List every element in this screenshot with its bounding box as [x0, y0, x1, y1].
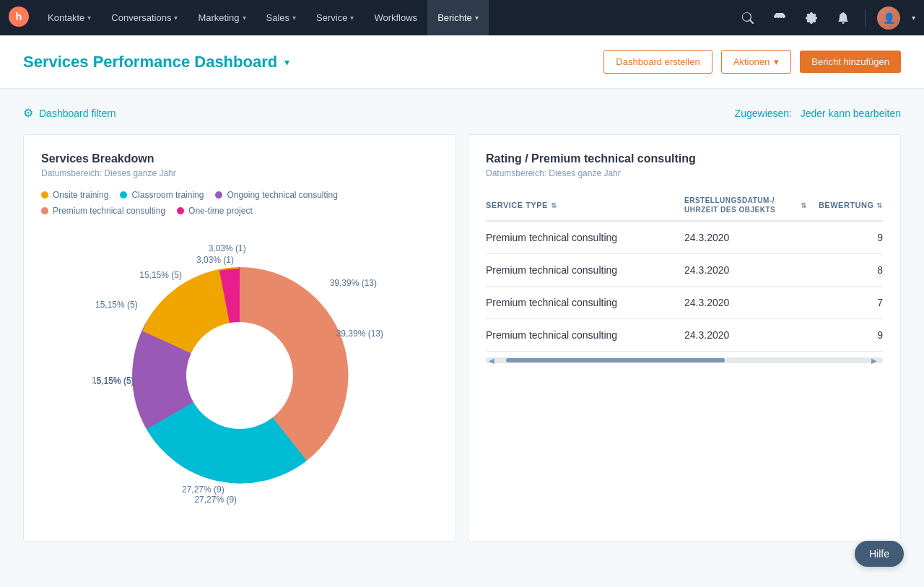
breakdown-subtitle: Datumsbereich: Dieses ganze Jahr	[41, 168, 438, 178]
actions-chevron-icon: ▾	[774, 56, 779, 67]
nav-divider	[865, 9, 866, 27]
legend-dot	[41, 207, 48, 214]
help-button[interactable]: Hilfe	[855, 541, 904, 559]
slice-label-onsite: 15,15% (5)	[95, 300, 138, 310]
nav-item-service[interactable]: Service ▾	[306, 0, 364, 35]
page-header: Services Performance Dashboard ▾ Dashboa…	[0, 35, 924, 89]
legend-item-onetime: One-time project	[177, 206, 253, 216]
chevron-down-icon: ▾	[174, 14, 178, 22]
nav-items: Kontakte ▾ Conversations ▾ Marketing ▾ S…	[38, 0, 738, 35]
cell-date: 24.3.2020	[684, 232, 807, 243]
cell-rating: 9	[813, 329, 883, 341]
settings-icon[interactable]	[801, 8, 821, 28]
cell-rating: 8	[813, 264, 883, 276]
legend-dot	[41, 191, 48, 199]
col-header-service-type[interactable]: SERVICE TYPE ⇅	[486, 196, 679, 214]
nav-item-workflows[interactable]: Workflows	[364, 0, 427, 35]
assigned-link[interactable]: Jeder kann bearbeiten	[801, 108, 901, 119]
title-dropdown-icon[interactable]: ▾	[284, 56, 289, 68]
slice-label: 39,39% (13)	[336, 329, 383, 339]
breakdown-panel: Services Breakdown Datumsbereich: Dieses…	[23, 134, 456, 542]
cell-date: 24.3.2020	[684, 264, 807, 276]
slice-label: 27,27% (9)	[194, 495, 237, 505]
chart-area: 39,39% (13)27,27% (9)15,15% (5)15,15% (5…	[41, 227, 438, 523]
rating-title: Rating / Premium technical consulting	[486, 152, 883, 165]
breakdown-title: Services Breakdown	[41, 152, 438, 165]
legend-item-ongoing: Ongoing technical consulting	[215, 190, 337, 200]
navbar: h Kontakte ▾ Conversations ▾ Marketing ▾…	[0, 0, 924, 35]
legend-item-premium: Premium technical consulting	[41, 206, 165, 216]
filter-bar: ⚙ Dashboard filtern Zugewiesen: Jeder ka…	[23, 106, 901, 120]
avatar-image: 👤	[877, 6, 900, 30]
slice-label: 3,03% (1)	[209, 243, 246, 253]
cell-service-type: Premium technical consulting	[486, 264, 679, 276]
legend-dot	[215, 191, 222, 199]
cell-rating: 9	[813, 232, 883, 243]
slice-label-ongoing: 15,15% (5)	[92, 375, 134, 386]
chevron-down-icon: ▾	[87, 14, 91, 22]
cell-date: 24.3.2020	[684, 297, 807, 308]
sort-icon: ⇅	[801, 201, 807, 210]
search-icon[interactable]	[738, 8, 758, 28]
avatar-chevron-icon[interactable]: ▾	[912, 14, 915, 22]
nav-item-berichte[interactable]: Berichte ▾	[427, 0, 489, 35]
nav-item-conversations[interactable]: Conversations ▾	[101, 0, 188, 35]
rating-subtitle: Datumsbereich: Dieses ganze Jahr	[486, 168, 883, 178]
marketplace-icon[interactable]	[770, 8, 790, 28]
slice-label-onetime: 3,03% (1)	[196, 255, 234, 265]
assigned-area: Zugewiesen: Jeder kann bearbeiten	[735, 108, 901, 119]
table-header: SERVICE TYPE ⇅ ERSTELLUNGSDATUM-/ UHRZEI…	[486, 190, 883, 222]
sort-icon: ⇅	[876, 201, 883, 209]
dashboard-grid: Services Breakdown Datumsbereich: Dieses…	[23, 134, 901, 542]
table-row: Premium technical consulting 24.3.2020 7	[486, 287, 883, 319]
table-row: Premium technical consulting 24.3.2020 8	[486, 254, 883, 287]
chevron-down-icon: ▾	[350, 14, 354, 22]
breakdown-legend: Onsite training Classroom training Ongoi…	[41, 190, 438, 216]
cell-service-type: Premium technical consulting	[486, 297, 679, 308]
svg-text:h: h	[16, 11, 22, 22]
col-header-rating[interactable]: BEWERTUNG ⇅	[813, 196, 883, 214]
col-header-date[interactable]: ERSTELLUNGSDATUM-/ UHRZEIT DES OBJEKTS ⇅	[684, 196, 807, 214]
add-report-button[interactable]: Bericht hinzufügen	[800, 51, 901, 73]
rating-panel: Rating / Premium technical consulting Da…	[468, 134, 901, 542]
notifications-icon[interactable]	[833, 8, 853, 28]
chevron-down-icon: ▾	[292, 14, 296, 22]
chevron-down-icon: ▾	[243, 14, 246, 22]
actions-button[interactable]: Aktionen ▾	[721, 50, 792, 74]
scroll-right-icon[interactable]: ▶	[868, 357, 880, 365]
nav-item-kontakte[interactable]: Kontakte ▾	[38, 0, 101, 35]
nav-right: 👤 ▾	[738, 6, 915, 30]
legend-dot	[120, 191, 127, 199]
hubspot-logo[interactable]: h	[9, 6, 29, 30]
slice-label: 15,15% (5)	[139, 270, 182, 280]
cell-date: 24.3.2020	[684, 329, 807, 341]
slice-label-classroom: 27,27% (9)	[182, 484, 225, 495]
cell-service-type: Premium technical consulting	[486, 329, 679, 341]
create-dashboard-button[interactable]: Dashboard erstellen	[603, 50, 712, 74]
legend-item-classroom: Classroom training	[120, 190, 204, 200]
sort-icon: ⇅	[551, 201, 557, 209]
scrollbar-thumb[interactable]	[506, 358, 725, 362]
table-row: Premium technical consulting 24.3.2020 9	[486, 319, 883, 352]
legend-dot	[177, 207, 184, 214]
nav-item-marketing[interactable]: Marketing ▾	[188, 0, 256, 35]
cell-rating: 7	[813, 297, 883, 308]
table-scrollbar[interactable]: ◀ ▶	[486, 357, 883, 363]
page-title-area: Services Performance Dashboard ▾	[23, 53, 289, 71]
avatar[interactable]: 👤	[877, 6, 900, 30]
slice-label-premium: 39,39% (13)	[330, 278, 377, 288]
legend-item-onsite: Onsite training	[41, 190, 108, 200]
scroll-left-icon[interactable]: ◀	[486, 357, 497, 365]
page-title: Services Performance Dashboard	[23, 53, 277, 71]
table-row: Premium technical consulting 24.3.2020 9	[486, 222, 883, 254]
header-actions: Dashboard erstellen Aktionen ▾ Bericht h…	[603, 50, 901, 74]
dashboard-filter-link[interactable]: ⚙ Dashboard filtern	[23, 106, 116, 120]
content: ⚙ Dashboard filtern Zugewiesen: Jeder ka…	[0, 89, 924, 559]
rating-table: SERVICE TYPE ⇅ ERSTELLUNGSDATUM-/ UHRZEI…	[486, 190, 883, 363]
filter-icon: ⚙	[23, 106, 33, 120]
cell-service-type: Premium technical consulting	[486, 232, 679, 243]
chevron-down-icon: ▾	[475, 14, 479, 22]
nav-item-sales[interactable]: Sales ▾	[256, 0, 307, 35]
